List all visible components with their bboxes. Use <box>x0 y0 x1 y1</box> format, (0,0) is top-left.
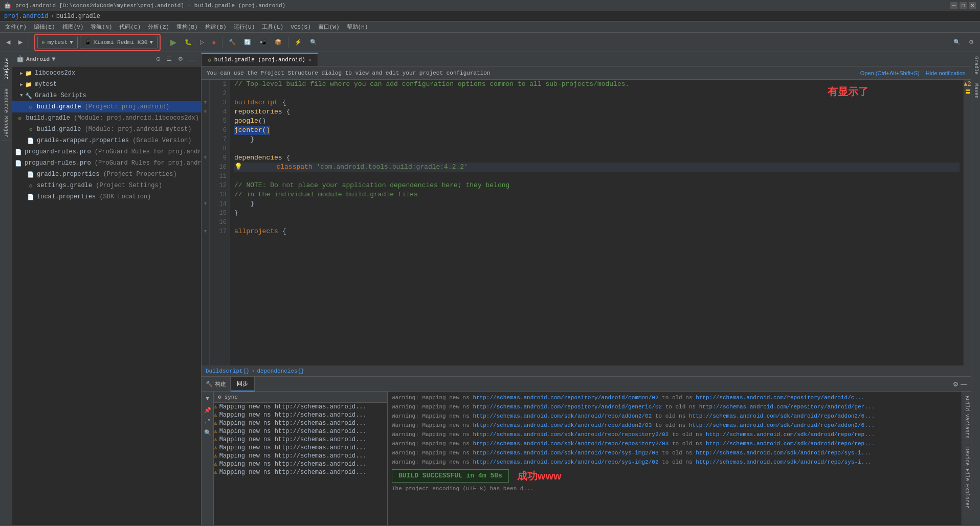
menu-item-6[interactable]: 重构(B) <box>173 22 201 32</box>
debug-button[interactable]: 🐛 <box>182 35 195 50</box>
build-warn-9[interactable]: ⚠ Mapping new ns http://schemas.android.… <box>214 468 387 476</box>
bottom-icon-pin[interactable]: 📌 <box>203 405 213 415</box>
tree-item-gradle-properties[interactable]: 📄 gradle.properties (Project Properties) <box>12 169 201 180</box>
build-link-7[interactable]: http://schemas.android.com/sdk/android/r… <box>473 450 658 456</box>
menu-item-2[interactable]: 视图(V) <box>59 22 87 32</box>
analyze-button[interactable]: 🔍 <box>307 35 320 50</box>
menu-item-8[interactable]: 运行(U) <box>231 22 258 32</box>
menu-item-7[interactable]: 构建(B) <box>202 22 230 32</box>
maximize-button[interactable]: □ <box>960 2 967 9</box>
resource-manager-tab[interactable]: Resource Manager <box>2 85 10 141</box>
build-button[interactable]: 🔨 <box>226 35 239 50</box>
build-link-6[interactable]: http://schemas.android.com/sdk/android/r… <box>473 441 669 447</box>
breadcrumb-part2[interactable]: dependencies{} <box>257 368 304 374</box>
build-warn-2[interactable]: ⚠ Mapping new ns http://schemas.android.… <box>214 411 387 419</box>
panel-scroll-from-source[interactable]: ⊙ <box>153 54 163 64</box>
menu-item-5[interactable]: 分析(Z) <box>145 22 172 32</box>
tree-item-build-gradle-libcocos[interactable]: ⚙ build.gradle (Module: proj.android.lib… <box>12 112 201 124</box>
menu-item-1[interactable]: 编辑(E) <box>31 22 58 32</box>
fold-14[interactable]: ▼ <box>202 199 209 209</box>
tree-item-proguard-lib[interactable]: 📄 proguard-rules.pro (ProGuard Rules for… <box>12 146 201 157</box>
build-link-4[interactable]: http://schemas.android.com/sdk/android/r… <box>473 422 652 428</box>
device-dropdown[interactable]: ▼ <box>149 39 153 45</box>
menu-item-3[interactable]: 导航(N) <box>87 22 115 32</box>
build-link-2[interactable]: http://schemas.android.com/repository/an… <box>473 404 662 410</box>
search-everywhere-button[interactable]: 🔍 <box>950 35 964 50</box>
build-warn-3[interactable]: ⚠ Mapping new ns http://schemas.android.… <box>214 419 387 427</box>
sync-button[interactable]: 🔄 <box>241 35 254 50</box>
minimize-button[interactable]: ─ <box>950 2 957 9</box>
hide-notification[interactable]: Hide notification <box>926 70 966 76</box>
build-link-6b[interactable]: http://schemas.android.com/sdk/android/r… <box>706 441 875 447</box>
run-config-button[interactable]: ▶ mytest ▼ <box>37 36 78 49</box>
tree-item-gradle-scripts[interactable]: ▼ 🔧 Gradle Scripts <box>12 90 201 101</box>
menu-item-10[interactable]: VCS(S) <box>287 23 314 31</box>
project-panel-tab[interactable]: Project <box>2 54 10 84</box>
back-button[interactable]: ◀ <box>3 35 13 50</box>
build-link-5b[interactable]: http://schemas.android.com/sdk/android/r… <box>706 431 875 438</box>
fold-4[interactable]: ▼ <box>202 107 209 117</box>
menu-item-11[interactable]: 窗口(W) <box>315 22 343 32</box>
build-warn-4[interactable]: ⚠ Mapping new ns http://schemas.android.… <box>214 427 387 436</box>
build-warn-5[interactable]: ⚠ Mapping new ns http://schemas.android.… <box>214 436 387 444</box>
tree-item-build-gradle-mytest[interactable]: ⚙ build.gradle (Module: proj.android.myt… <box>12 124 201 135</box>
run-button[interactable]: ▶ <box>167 35 180 50</box>
tab-close-button[interactable]: ✕ <box>308 57 311 63</box>
forward-button[interactable]: ▶ <box>15 35 26 50</box>
menu-item-4[interactable]: 代码(C) <box>116 22 144 32</box>
bottom-settings-button[interactable]: ⚙ <box>953 381 959 388</box>
build-warn-7[interactable]: ⚠ Mapping new ns http://schemas.android.… <box>214 452 387 460</box>
breadcrumb-part1[interactable]: buildscript{} <box>206 368 250 374</box>
tree-item-proguard-m[interactable]: 📄 proguard-rules.pro (ProGuard Rules for… <box>12 157 201 169</box>
bottom-right-tab-1[interactable]: Build Variants <box>962 392 971 443</box>
run-with-coverage[interactable]: ▷ <box>197 35 207 50</box>
build-link-5[interactable]: http://schemas.android.com/sdk/android/r… <box>473 431 669 438</box>
stop-button[interactable]: ■ <box>209 35 219 50</box>
build-link-2b[interactable]: http://schemas.android.com/repository/an… <box>699 404 875 410</box>
android-dropdown[interactable]: ▼ <box>52 56 55 63</box>
device-button[interactable]: 📱 Xiaomi Redmi K30 ▼ <box>80 36 158 49</box>
right-tab-maven[interactable]: Maven <box>971 79 980 103</box>
bottom-hide-button[interactable]: — <box>961 381 967 388</box>
bottom-icon-regex[interactable]: .* <box>203 416 213 426</box>
profile-button[interactable]: ⚡ <box>292 35 305 50</box>
tree-arrow-libcocos2dx[interactable]: ▶ <box>18 71 25 76</box>
sync-tab[interactable]: 同步 <box>231 377 255 392</box>
panel-settings[interactable]: ⚙ <box>175 54 186 64</box>
build-warn-8[interactable]: ⚠ Mapping new ns http://schemas.android.… <box>214 460 387 468</box>
build-link-8[interactable]: http://schemas.android.com/sdk/android/r… <box>473 459 658 465</box>
tree-item-build-gradle-project[interactable]: ⚙ build.gradle (Project: proj.android) <box>12 101 201 112</box>
sdk-manager-button[interactable]: 📦 <box>272 35 285 50</box>
build-link-1b[interactable]: http://schemas.android.com/repository/an… <box>696 395 864 401</box>
menu-item-0[interactable]: 文件(F) <box>2 22 30 32</box>
warn-marker-2[interactable] <box>966 92 970 94</box>
fold-3[interactable]: ▼ <box>202 98 209 107</box>
build-link-4b[interactable]: http://schemas.android.com/sdk/android/r… <box>689 422 875 428</box>
panel-hide[interactable]: — <box>187 54 197 64</box>
build-link-1[interactable]: http://schemas.android.com/repository/an… <box>473 395 658 401</box>
build-link-3[interactable]: http://schemas.android.com/sdk/android/r… <box>473 413 652 419</box>
tree-item-local-properties[interactable]: 📄 local.properties (SDK Location) <box>12 191 201 202</box>
open-project-structure[interactable]: Open (Ctrl+Alt+Shift+S) <box>860 70 920 76</box>
tree-item-gradle-wrapper[interactable]: 📄 gradle-wrapper.properties (Gradle Vers… <box>12 135 201 146</box>
bottom-icon-1[interactable]: ▼ <box>203 394 213 404</box>
build-link-3b[interactable]: http://schemas.android.com/sdk/android/r… <box>689 413 875 419</box>
close-button[interactable]: ✕ <box>969 2 976 9</box>
build-warn-1[interactable]: ⚠ Mapping new ns http://schemas.android.… <box>214 403 387 411</box>
build-link-7b[interactable]: http://schemas.android.com/sdk/android/r… <box>696 450 871 456</box>
tree-arrow-gradle[interactable]: ▼ <box>18 93 25 98</box>
settings-button[interactable]: ⚙ <box>966 35 977 50</box>
menu-item-9[interactable]: 工具(L) <box>259 22 286 32</box>
build-link-8b[interactable]: http://schemas.android.com/sdk/android/r… <box>696 459 871 465</box>
warn-marker-1[interactable] <box>966 89 970 91</box>
right-tab-gradle[interactable]: Gradle <box>971 52 980 79</box>
menu-item-12[interactable]: 帮助(H) <box>344 22 371 32</box>
panel-collapse-all[interactable]: ☰ <box>164 54 174 64</box>
avd-button[interactable]: 📲 <box>256 35 270 50</box>
fold-17[interactable]: ▼ <box>202 227 209 236</box>
tree-item-libcocos2dx[interactable]: ▶ 📁 libcocos2dx <box>12 67 201 79</box>
bottom-icon-filter[interactable]: 🔍 <box>203 427 213 438</box>
fold-9[interactable]: ▼ <box>202 153 209 163</box>
run-config-dropdown[interactable]: ▼ <box>70 39 73 45</box>
bottom-right-tab-2[interactable]: Device File Explorer <box>962 443 971 513</box>
